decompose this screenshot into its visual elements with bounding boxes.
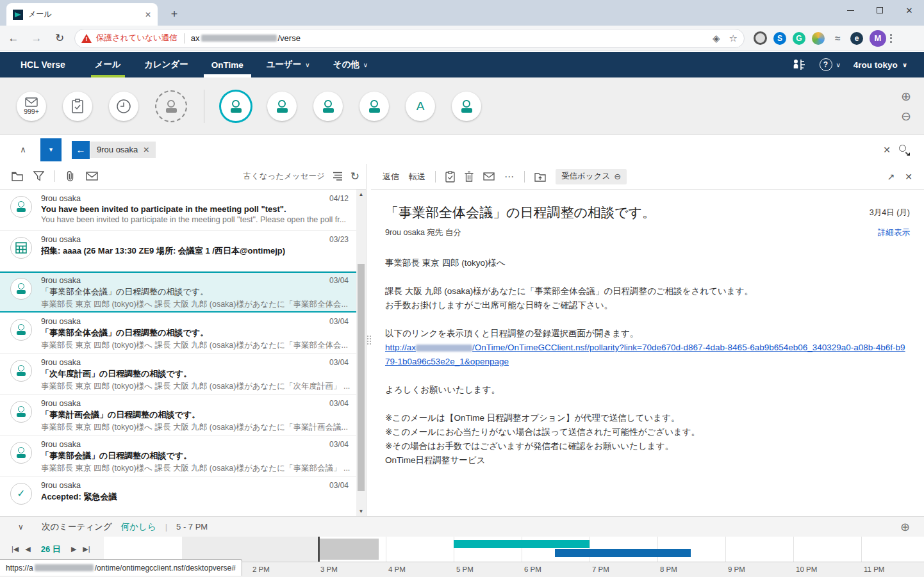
forward-button[interactable]: 転送 (409, 171, 425, 183)
window-maximize-button[interactable] (865, 0, 895, 20)
remove-folder-icon[interactable]: ⊖ (614, 172, 621, 181)
bookmark-star-icon[interactable]: ☆ (729, 33, 738, 44)
busy-block[interactable] (320, 539, 379, 560)
colorful-extension-icon[interactable] (812, 32, 825, 45)
mark-todo-icon[interactable] (445, 171, 455, 183)
window-minimize-button[interactable] (836, 0, 865, 20)
scrollbar-thumb[interactable] (358, 264, 365, 491)
skype-extension-icon[interactable]: S (773, 32, 786, 45)
sort-order-label[interactable]: 古くなったメッセージ (243, 171, 324, 182)
tab-calendar[interactable]: カレンダー (140, 52, 192, 77)
user-menu[interactable]: 4rou tokyo ∨ (854, 60, 907, 70)
mark-unread-icon[interactable] (483, 172, 495, 181)
next-day-icon[interactable]: ▶ (71, 545, 76, 553)
scroll-down-icon[interactable]: ▼ (359, 507, 364, 516)
window-close-button[interactable]: ✕ (895, 0, 924, 20)
browser-profile-avatar[interactable]: M (870, 30, 886, 47)
close-reading-pane-icon[interactable]: ✕ (905, 172, 912, 182)
tab-ontime[interactable]: OnTime (208, 52, 247, 77)
delete-icon[interactable] (465, 171, 474, 182)
contact-bubble[interactable] (313, 92, 343, 121)
browser-menu-icon[interactable] (890, 34, 892, 43)
zoom-out-icon[interactable]: ⊖ (901, 109, 911, 124)
search-clear-icon[interactable]: ✕ (883, 145, 891, 155)
timeline-event-blue[interactable] (555, 549, 691, 557)
meeting-name-link[interactable]: 何かしら (121, 521, 156, 533)
current-date-button[interactable]: 26 日 (41, 544, 61, 555)
evernote-extension-icon[interactable]: e (850, 32, 863, 45)
skip-start-icon[interactable]: |◀ (12, 545, 19, 553)
unread-filter-icon[interactable] (86, 172, 98, 181)
back-icon[interactable]: ← (4, 29, 23, 48)
forward-icon[interactable]: → (27, 29, 46, 48)
mail-overview-bubble[interactable]: 999+ (17, 92, 46, 121)
contact-bubble-selected[interactable] (221, 92, 251, 121)
help-menu[interactable]: ? ∨ (820, 58, 841, 71)
reply-button[interactable]: 返信 (383, 171, 399, 183)
refresh-icon[interactable]: ↻ (351, 170, 359, 183)
scroll-up-icon[interactable]: ▲ (359, 190, 364, 199)
details-link[interactable]: 詳細表示 (878, 227, 910, 238)
list-item-selected[interactable]: 9rou osaka03/04 「事業部全体会議」の日程調整の相談です。 事業部… (0, 272, 356, 313)
search-icon[interactable] (898, 144, 910, 156)
attachment-filter-icon[interactable] (65, 170, 76, 182)
collapse-meeting-icon[interactable]: ∨ (18, 523, 24, 532)
list-item[interactable]: 9rou osaka03/23 招集: aaaa (26 Mar 13:30 Z… (0, 231, 356, 272)
chip-remove-icon[interactable]: ✕ (143, 145, 149, 154)
zoom-in-icon[interactable]: ⊕ (901, 89, 911, 104)
list-item[interactable]: ✓ 9rou osaka03/04 Accepted: 緊急会議 (0, 476, 356, 516)
folder-chip[interactable]: 受信ボックス ⊖ (556, 169, 627, 184)
tasks-bubble[interactable] (63, 92, 92, 121)
list-item[interactable]: 9rou osaka03/04 「事業部全体会議」の日程調整の相談です。 事業部… (0, 313, 356, 354)
search-back-button[interactable]: ← (72, 141, 90, 159)
grammarly-extension-icon[interactable]: G (793, 32, 805, 45)
reading-pane: 返信 転送 ⋯ 受信ボックス ⊖ (371, 164, 924, 516)
prev-day-icon[interactable]: ◀ (25, 545, 30, 553)
new-tab-button[interactable]: + (165, 5, 183, 23)
body-signature: OnTime日程調整サービス (385, 453, 905, 467)
contact-bubble[interactable] (452, 92, 481, 121)
expand-icon[interactable]: ↗ (887, 172, 895, 182)
compose-split-button[interactable]: 作成 ▾ (40, 138, 62, 161)
skip-end-icon[interactable]: ▶| (83, 545, 90, 553)
list-item[interactable]: 9rou osaka04/12 You have been invited to… (0, 190, 356, 231)
tab-more[interactable]: その他∨ (329, 52, 372, 77)
browser-toolbar: ← → ↻ ! 保護されていない通信 ax /verse ◈ ☆ S G ≈ e… (0, 26, 924, 51)
compose-dropdown[interactable]: ▾ (40, 138, 62, 161)
tab-users[interactable]: ユーザー∨ (263, 52, 314, 77)
browser-tab[interactable]: メール ✕ (6, 3, 158, 26)
business-card-icon[interactable] (793, 58, 807, 72)
list-item[interactable]: 9rou osaka03/04 「事業計画会議」の日程調整の相談です。 事業部長… (0, 394, 356, 435)
collapse-icon[interactable]: ∧ (17, 145, 29, 154)
mail-preview: 事業部長 東京 四郎 (tokyo)様へ 課長 大阪 九郎 (osaka)様があ… (41, 422, 351, 433)
wave-extension-icon[interactable]: ≈ (831, 32, 844, 45)
more-actions-icon[interactable]: ⋯ (504, 171, 515, 183)
address-bar[interactable]: ! 保護されていない通信 ax /verse ◈ ☆ (74, 29, 745, 48)
divider: | (165, 522, 167, 532)
folders-icon[interactable] (12, 172, 23, 181)
tab-mail[interactable]: メール (91, 52, 125, 77)
extension-icon-1[interactable] (754, 31, 767, 45)
add-event-icon[interactable]: ⊕ (900, 520, 910, 534)
sort-lines-icon[interactable] (333, 172, 343, 181)
next-meeting-bar: ∨ 次のミーティング 何かしら | 5 - 7 PM ⊕ (0, 516, 924, 537)
list-item[interactable]: 9rou osaka03/04 「事業部会議」の日程調整の相談です。 事業部長 … (0, 435, 356, 476)
mail-date: 03/04 (329, 317, 351, 326)
reload-icon[interactable]: ↻ (50, 29, 69, 48)
filter-icon[interactable] (33, 171, 44, 181)
list-item[interactable]: 9rou osaka03/04 「次年度計画」の日程調整の相談です。 事業部長 … (0, 354, 356, 394)
contact-bubble[interactable] (267, 92, 297, 121)
recent-bubble[interactable] (109, 92, 138, 121)
timeline-event-teal[interactable] (454, 540, 590, 548)
move-to-folder-icon[interactable] (534, 172, 546, 182)
search-chip[interactable]: 9rou osaka ✕ (90, 142, 156, 158)
tab-close-icon[interactable]: ✕ (145, 10, 151, 19)
poll-link[interactable]: http://ax/OnTime/OnTimeGCClient.nsf/poll… (385, 341, 905, 369)
reader-mode-icon[interactable]: ◈ (713, 33, 720, 44)
contact-bubble[interactable] (359, 92, 389, 121)
contact-bubble-letter[interactable]: A (406, 92, 435, 121)
list-scrollbar[interactable]: ▲ ▼ (356, 190, 366, 516)
brand-logo[interactable]: HCL Verse (21, 60, 65, 70)
pane-resize-handle[interactable] (367, 164, 371, 516)
add-important-contact-bubble[interactable] (155, 90, 187, 122)
